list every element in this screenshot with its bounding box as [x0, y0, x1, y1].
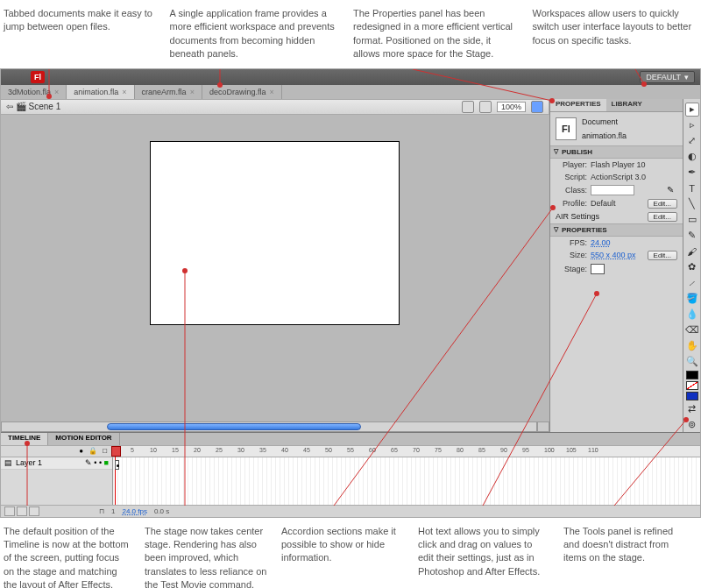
edit-scene-button[interactable]: [462, 101, 474, 113]
stage-color-swatch[interactable]: [591, 264, 605, 274]
status-fps[interactable]: 24.0 fps: [122, 507, 146, 515]
horizontal-scrollbar[interactable]: [1, 422, 537, 432]
app-bar: Fl DEFAULT ▾: [1, 69, 700, 85]
tab-motion-editor[interactable]: MOTION EDITOR: [48, 433, 119, 445]
doc-tab[interactable]: craneArm.fla×: [135, 85, 202, 99]
edit-air-button[interactable]: Edit...: [648, 212, 677, 222]
player-value: Flash Player 10: [591, 160, 646, 169]
new-layer-button[interactable]: [4, 507, 15, 516]
tab-properties[interactable]: PROPERTIES: [550, 99, 606, 111]
accordion-properties[interactable]: PROPERTIES: [550, 223, 683, 237]
scene-icon: 🎬: [16, 102, 26, 111]
timeline-status-bar: ⊓ 1 24.0 fps 0.0 s: [1, 505, 700, 517]
callout-tabs: Tabbed documents make it easy to jump be…: [4, 7, 156, 61]
no-color-icon[interactable]: [686, 381, 698, 390]
stage-canvas[interactable]: [150, 141, 400, 325]
top-callouts: Tabbed documents make it easy to jump be…: [0, 0, 701, 68]
accordion-publish[interactable]: PUBLISH: [550, 145, 683, 159]
edit-size-button[interactable]: Edit...: [648, 251, 677, 260]
scroll-corner: [537, 422, 549, 432]
doc-tab[interactable]: decoDrawing.fla×: [202, 85, 282, 99]
stage-column: ⇦ 🎬 Scene 1 100%: [1, 99, 549, 432]
zoom-tool-icon[interactable]: 🔍: [685, 355, 699, 369]
profile-value: Default: [591, 199, 616, 208]
pencil-tool-icon[interactable]: ✎: [685, 229, 699, 243]
scrollbar-thumb[interactable]: [107, 423, 361, 430]
callout-stage: The stage now takes center stage. Render…: [145, 525, 267, 588]
lasso-tool-icon[interactable]: ◐: [685, 150, 699, 164]
properties-panel: PROPERTIES LIBRARY Fl Document animation…: [549, 99, 683, 432]
rectangle-tool-icon[interactable]: ▭: [685, 213, 699, 227]
bone-tool-icon[interactable]: ⟋: [685, 276, 699, 290]
size-value[interactable]: 550 x 400 px: [591, 251, 636, 259]
callout-frame: A single application frame provides a mo…: [170, 7, 339, 61]
new-folder-button[interactable]: [17, 507, 27, 516]
class-input[interactable]: [591, 185, 634, 195]
zoom-level[interactable]: 100%: [497, 102, 526, 112]
tab-library[interactable]: LIBRARY: [606, 99, 648, 111]
frame-grid[interactable]: [113, 457, 700, 505]
bottom-callouts: The default position of the Timeline is …: [0, 518, 701, 588]
view-options-button[interactable]: [531, 101, 543, 113]
frames-area[interactable]: 1510152025303540455055606570758085909510…: [113, 446, 700, 505]
playhead[interactable]: [115, 446, 116, 505]
doc-tab[interactable]: animation.fla×: [67, 85, 134, 99]
callout-accordion: Accordion sections make it possible to s…: [281, 525, 404, 588]
close-icon[interactable]: ×: [190, 88, 195, 96]
eyedropper-tool-icon[interactable]: 💧: [685, 308, 699, 322]
edit-profile-button[interactable]: Edit...: [648, 199, 677, 209]
selection-tool-icon[interactable]: ▸: [685, 103, 699, 117]
document-type: Document: [582, 117, 627, 126]
pen-tool-icon[interactable]: ✒: [685, 166, 699, 180]
text-tool-icon[interactable]: T: [685, 181, 699, 195]
keyframe[interactable]: [115, 460, 119, 470]
timeline-panel: TIMELINE MOTION EDITOR ● 🔒 □ ▤ Layer 1 ✎…: [1, 432, 700, 517]
layer-row[interactable]: ▤ Layer 1 ✎ • • ■: [1, 457, 112, 470]
status-time: 0.0 s: [154, 507, 169, 515]
deco-tool-icon[interactable]: ✿: [685, 260, 699, 274]
close-icon[interactable]: ×: [269, 88, 273, 96]
workspace-label: DEFAULT: [646, 73, 681, 81]
panel-tab-bar: PROPERTIES LIBRARY: [550, 99, 683, 112]
app-logo-icon: Fl: [31, 71, 45, 83]
callout-tools: The Tools panel is refined and doesn't d…: [563, 525, 686, 588]
close-icon[interactable]: ×: [54, 88, 59, 96]
workspace-switcher[interactable]: DEFAULT ▾: [640, 71, 695, 83]
edit-symbol-button[interactable]: [479, 101, 492, 113]
timeline-body: ● 🔒 □ ▤ Layer 1 ✎ • • ■ 1510152025303540…: [1, 445, 700, 505]
outline-icon[interactable]: □: [103, 447, 107, 455]
stage-area[interactable]: [1, 115, 549, 432]
snap-icon[interactable]: ⊚: [685, 418, 699, 432]
fps-value[interactable]: 24.00: [591, 238, 611, 247]
main-row: ⇦ 🎬 Scene 1 100% PROP: [1, 99, 700, 432]
free-transform-tool-icon[interactable]: ⤢: [685, 134, 699, 148]
doc-tab[interactable]: 3dMotion.fla×: [1, 85, 67, 99]
stroke-color-swatch[interactable]: [686, 371, 698, 379]
frame-ruler[interactable]: 1510152025303540455055606570758085909510…: [113, 446, 700, 457]
brush-tool-icon[interactable]: 🖌: [685, 244, 699, 259]
onion-skin-icon[interactable]: ⊓: [99, 507, 104, 515]
back-icon[interactable]: ⇦: [6, 102, 13, 111]
fill-color-swatch[interactable]: [686, 392, 698, 400]
hand-tool-icon[interactable]: ✋: [685, 339, 699, 353]
scene-bar: ⇦ 🎬 Scene 1 100%: [1, 99, 549, 115]
subselection-tool-icon[interactable]: ▹: [685, 118, 699, 132]
callout-workspaces: Workspaces allow users to quickly switch…: [533, 7, 697, 61]
close-icon[interactable]: ×: [122, 88, 126, 96]
delete-layer-button[interactable]: [29, 507, 39, 516]
eye-icon[interactable]: ●: [79, 447, 83, 455]
paint-bucket-tool-icon[interactable]: 🪣: [685, 292, 699, 306]
document-icon: Fl: [556, 117, 577, 140]
layer-icon: ▤: [4, 458, 12, 467]
line-tool-icon[interactable]: ╲: [685, 197, 699, 211]
layer-column: ● 🔒 □ ▤ Layer 1 ✎ • • ■: [1, 446, 113, 505]
scene-name: Scene 1: [29, 102, 61, 111]
callout-hottext: Hot text allows you to simply click and …: [418, 525, 549, 588]
swap-colors-icon[interactable]: ⇄: [685, 402, 699, 416]
pencil-icon[interactable]: ✎: [667, 185, 677, 195]
current-frame: 1: [111, 507, 115, 515]
air-label: AIR Settings: [556, 212, 617, 221]
eraser-tool-icon[interactable]: ⌫: [685, 323, 699, 337]
tab-timeline[interactable]: TIMELINE: [1, 433, 48, 445]
lock-icon[interactable]: 🔒: [89, 447, 97, 455]
